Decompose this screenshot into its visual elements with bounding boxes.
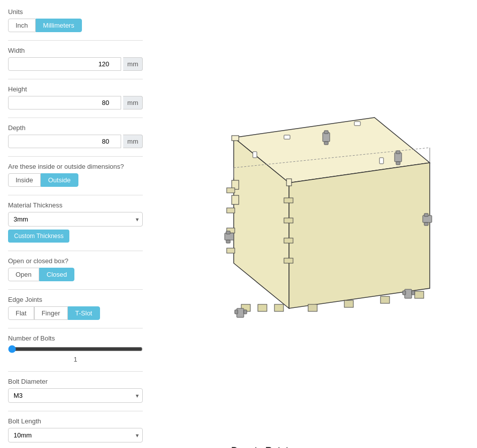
svg-rect-11 [324, 142, 328, 145]
units-toggle-group: Inch Millimeters [8, 19, 143, 32]
open-closed-section: Open or closed box? Open Closed [8, 257, 143, 281]
svg-rect-39 [226, 231, 230, 234]
number-of-bolts-label: Number of Bolts [8, 334, 143, 342]
svg-rect-22 [284, 218, 293, 223]
svg-rect-21 [284, 198, 293, 203]
hints-container: Drag to Rotate Scroll to Zoom [191, 445, 295, 448]
svg-rect-7 [379, 158, 384, 164]
bolt-diameter-label: Bolt Diameter [8, 378, 143, 385]
left-panel: Units Inch Millimeters Width mm Height m… [0, 0, 151, 448]
height-input-row: mm [8, 96, 143, 109]
tslot-btn[interactable]: T-Slot [68, 306, 100, 320]
svg-rect-10 [324, 131, 328, 134]
svg-rect-30 [380, 296, 390, 303]
open-closed-toggle-group: Open Closed [8, 268, 143, 281]
width-unit: mm [123, 57, 143, 71]
svg-rect-26 [258, 304, 267, 311]
bolt-diameter-select-wrapper: M3 M4 M5 M6 ▾ [8, 388, 143, 403]
bolt-length-select-wrapper: 10mm 12mm 16mm 20mm ▾ [8, 428, 143, 442]
svg-rect-29 [344, 300, 353, 307]
flat-btn[interactable]: Flat [8, 306, 34, 320]
bolt-diameter-section: Bolt Diameter M3 M4 M5 M6 ▾ [8, 378, 143, 403]
depth-input-row: mm [8, 135, 143, 148]
svg-rect-24 [284, 258, 293, 263]
svg-rect-37 [412, 291, 415, 295]
box-3d-view[interactable] [151, 10, 477, 445]
svg-rect-23 [284, 238, 293, 243]
dimensions-question: Are these inside or outside dimensions? [8, 163, 143, 170]
units-section: Units Inch Millimeters [8, 8, 143, 32]
units-label: Units [8, 8, 143, 16]
svg-rect-12 [395, 153, 402, 162]
svg-rect-16 [232, 195, 239, 204]
svg-rect-33 [235, 310, 238, 314]
depth-unit: mm [123, 135, 143, 148]
depth-input[interactable] [8, 135, 121, 148]
svg-rect-8 [253, 152, 257, 158]
edge-joints-section: Edge Joints Flat Finger T-Slot [8, 296, 143, 320]
width-label: Width [8, 47, 143, 54]
bolt-length-section: Bolt Length 10mm 12mm 16mm 20mm ▾ [8, 417, 143, 442]
svg-rect-5 [284, 135, 290, 139]
svg-marker-2 [289, 163, 430, 308]
width-section: Width mm [8, 47, 143, 71]
svg-rect-14 [396, 162, 400, 165]
bolts-slider-container: 1 [8, 345, 143, 363]
depth-label: Depth [8, 124, 143, 132]
dimensions-section: Are these inside or outside dimensions? … [8, 163, 143, 187]
edge-joints-label: Edge Joints [8, 296, 143, 303]
svg-rect-40 [226, 240, 230, 243]
units-inch-btn[interactable]: Inch [8, 19, 36, 32]
svg-rect-9 [323, 133, 330, 142]
material-thickness-select[interactable]: 3mm 6mm 9mm 12mm [8, 212, 143, 227]
svg-rect-6 [354, 122, 360, 126]
box-svg [183, 77, 445, 379]
svg-rect-20 [227, 248, 235, 253]
custom-thickness-button[interactable]: Custom Thickness [8, 230, 69, 243]
svg-rect-27 [274, 304, 283, 311]
right-panel: Drag to Rotate Scroll to Zoom [151, 0, 477, 448]
edge-joints-toggle-group: Flat Finger T-Slot [8, 306, 143, 320]
bolt-length-label: Bolt Length [8, 417, 143, 425]
material-thickness-select-wrapper: 3mm 6mm 9mm 12mm ▾ [8, 212, 143, 227]
svg-rect-4 [287, 179, 292, 186]
drag-hint: Drag to Rotate [231, 445, 295, 448]
svg-rect-42 [424, 213, 428, 216]
bolt-diameter-select[interactable]: M3 M4 M5 M6 [8, 388, 143, 403]
outside-btn[interactable]: Outside [41, 173, 78, 187]
bolt-length-select[interactable]: 10mm 12mm 16mm 20mm [8, 428, 143, 442]
svg-rect-36 [403, 291, 406, 295]
bolts-value: 1 [8, 356, 143, 363]
height-section: Height mm [8, 85, 143, 109]
svg-rect-18 [227, 208, 235, 213]
bolts-slider[interactable] [8, 345, 143, 353]
depth-section: Depth mm [8, 124, 143, 148]
svg-rect-31 [415, 291, 424, 298]
open-closed-label: Open or closed box? [8, 257, 143, 265]
open-btn[interactable]: Open [8, 268, 39, 281]
height-input[interactable] [8, 96, 121, 109]
width-input-row: mm [8, 57, 143, 71]
svg-rect-3 [232, 136, 239, 141]
number-of-bolts-section: Number of Bolts 1 [8, 334, 143, 363]
height-unit: mm [123, 96, 143, 109]
svg-rect-34 [244, 310, 247, 314]
svg-rect-17 [227, 188, 235, 193]
height-label: Height [8, 85, 143, 93]
svg-rect-28 [308, 304, 317, 311]
dimensions-toggle-group: Inside Outside [8, 173, 143, 187]
finger-btn[interactable]: Finger [34, 306, 68, 320]
units-mm-btn[interactable]: Millimeters [36, 19, 82, 32]
width-input[interactable] [8, 57, 121, 71]
material-thickness-label: Material Thickness [8, 201, 143, 209]
svg-rect-43 [424, 222, 428, 226]
material-thickness-section: Material Thickness 3mm 6mm 9mm 12mm ▾ Cu… [8, 201, 143, 243]
inside-btn[interactable]: Inside [8, 173, 41, 187]
closed-btn[interactable]: Closed [39, 268, 74, 281]
